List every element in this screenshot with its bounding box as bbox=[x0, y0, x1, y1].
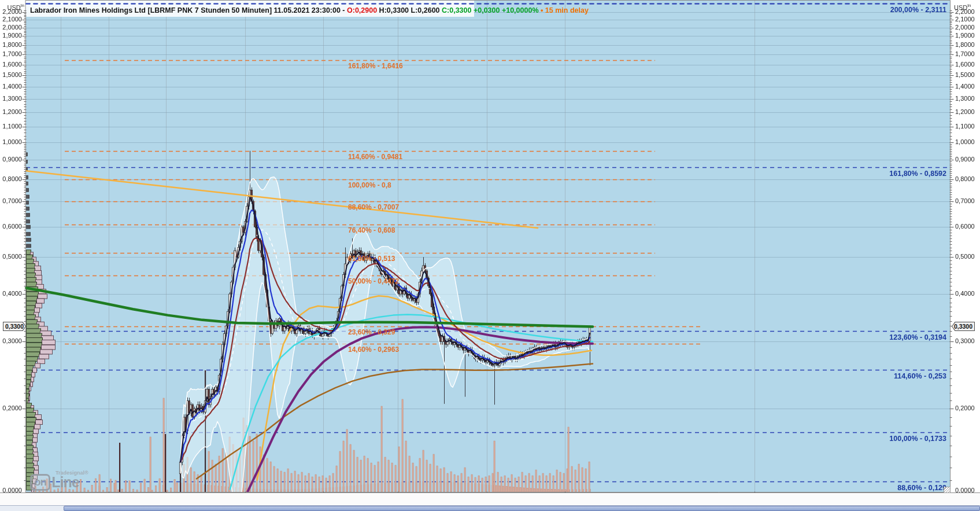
resize-handle[interactable] bbox=[944, 487, 951, 493]
current-price-tag-right: 0,3300 bbox=[952, 322, 975, 331]
watermark-logo-text: Line bbox=[51, 474, 79, 491]
x-axis-strip bbox=[0, 492, 980, 505]
chart-window: Labrador Iron Mines Holdings Ltd [LBRMF … bbox=[0, 0, 980, 511]
watermark-logo-icon: on bbox=[30, 474, 50, 491]
tradesignal-watermark: Tradesignal® onLine bbox=[30, 470, 88, 491]
horizontal-scrollbar[interactable] bbox=[0, 505, 980, 511]
current-price-tag-left: 0,3300 bbox=[3, 322, 26, 331]
scrollbar-thumb[interactable] bbox=[64, 506, 980, 511]
price-chart-canvas[interactable] bbox=[0, 0, 980, 511]
